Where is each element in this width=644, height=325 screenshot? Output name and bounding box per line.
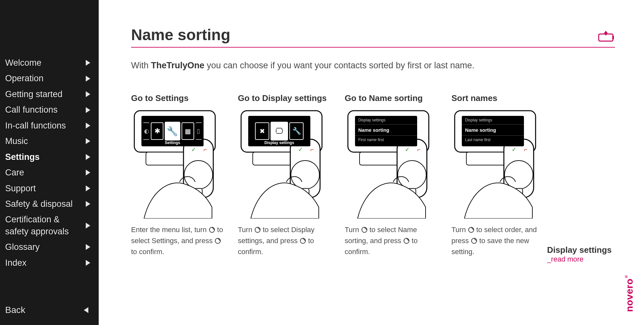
sidebar-item-label: Call functions bbox=[5, 104, 58, 116]
svg-text:✓: ✓ bbox=[405, 146, 410, 153]
step-go-to-settings: Go to Settings ✓ ⌐ bbox=[131, 93, 228, 257]
intro-text: With TheTrulyOne you can choose if you w… bbox=[131, 61, 615, 71]
screen-list-line-selected: Name sorting bbox=[355, 124, 417, 136]
display-icon: 🖵 bbox=[271, 122, 288, 140]
chevron-right-icon bbox=[86, 244, 90, 250]
screen-label: Display settings bbox=[248, 140, 310, 145]
svg-point-5 bbox=[184, 161, 213, 189]
intro-suffix: you can choose if you want your contacts… bbox=[205, 61, 474, 70]
chevron-right-icon bbox=[86, 123, 90, 129]
sidebar-item-care[interactable]: Care bbox=[0, 165, 99, 180]
sidebar-item-welcome[interactable]: Welcome bbox=[0, 55, 99, 71]
wrench-icon: 🔧 bbox=[289, 122, 304, 140]
screen-list-line: Last name first bbox=[462, 136, 524, 144]
svg-text:⌐: ⌐ bbox=[310, 146, 314, 153]
device-screen: ✖ 🖵 🔧 Display settings bbox=[248, 116, 310, 146]
chevron-right-icon bbox=[86, 76, 90, 82]
chevron-left-icon bbox=[84, 307, 88, 313]
sidebar-item-call-functions[interactable]: Call functions bbox=[0, 102, 99, 118]
svg-point-32 bbox=[505, 161, 533, 189]
chevron-right-icon bbox=[86, 107, 90, 113]
sidebar-item-operation[interactable]: Operation bbox=[0, 71, 99, 86]
screen-list-line-selected: Name sorting bbox=[462, 124, 524, 136]
sidebar-nav: Welcome Operation Getting started Call f… bbox=[0, 0, 99, 325]
dial-icon bbox=[254, 226, 261, 236]
step-title: Go to Name sorting bbox=[345, 93, 442, 104]
svg-text:⌐: ⌐ bbox=[417, 146, 421, 153]
svg-text:✓: ✓ bbox=[512, 146, 516, 153]
sidebar-item-settings[interactable]: Settings bbox=[0, 149, 99, 165]
screen-list-line: First name first bbox=[355, 136, 417, 144]
chevron-right-icon bbox=[86, 154, 90, 160]
steps-row: Go to Settings ✓ ⌐ bbox=[131, 93, 615, 257]
menu-item-icon: ◐ bbox=[143, 122, 150, 140]
sidebar-item-support[interactable]: Support bbox=[0, 181, 99, 196]
brand-logo: novero® bbox=[624, 274, 635, 312]
read-more-link[interactable]: _read more bbox=[547, 255, 584, 263]
svg-point-14 bbox=[291, 161, 319, 189]
product-name: TheTrulyOne bbox=[151, 61, 205, 70]
step-caption: Turn to select Name sorting, and press t… bbox=[345, 225, 442, 257]
sidebar-item-label: Index bbox=[5, 257, 27, 269]
title-row: Name sorting bbox=[131, 26, 615, 48]
svg-text:✓: ✓ bbox=[191, 146, 196, 153]
menu-item-icon: ▯ bbox=[195, 122, 202, 140]
step-figure: ✓ ⌐ ✖ 🖵 🔧 Display settings bbox=[238, 110, 335, 219]
chevron-right-icon bbox=[86, 223, 90, 229]
step-title: Sort names bbox=[451, 93, 549, 104]
step-go-to-display-settings: Go to Display settings ✓ ⌐ ✖ bbox=[238, 93, 335, 257]
dial-icon bbox=[361, 226, 368, 236]
settings-wrench-icon: 🔧 bbox=[165, 122, 180, 140]
back-label: Back bbox=[5, 305, 25, 315]
chevron-right-icon bbox=[86, 91, 90, 97]
sidebar-item-glossary[interactable]: Glossary bbox=[0, 239, 99, 255]
dial-icon bbox=[209, 226, 215, 236]
device-screen: Display settings Name sorting Last name … bbox=[462, 116, 524, 146]
sidebar-item-label: Care bbox=[5, 167, 24, 178]
sidebar-item-label: Support bbox=[5, 183, 36, 194]
svg-text:⌐: ⌐ bbox=[524, 146, 527, 153]
sidebar-item-label: Safety & disposal bbox=[5, 198, 73, 210]
sidebar-item-getting-started[interactable]: Getting started bbox=[0, 86, 99, 102]
sidebar-item-label: Certification & safety approvals bbox=[5, 214, 76, 237]
grid-icon: ▦ bbox=[182, 122, 194, 140]
step-caption: Turn to select order, and press to save … bbox=[451, 225, 549, 257]
step-sort-names: Sort names ✓ ⌐ Display settings bbox=[451, 93, 549, 257]
dial-icon bbox=[300, 237, 306, 247]
device-screen: ◐ ✱ 🔧 ▦ ▯ Settings bbox=[141, 116, 204, 146]
step-go-to-name-sorting: Go to Name sorting ✓ ⌐ Display bbox=[345, 93, 442, 257]
back-button[interactable]: Back bbox=[0, 305, 99, 315]
dial-icon bbox=[215, 237, 221, 247]
sidebar-item-safety-disposal[interactable]: Safety & disposal bbox=[0, 196, 99, 212]
read-more-title: Display settings bbox=[547, 245, 612, 255]
display-settings-icon bbox=[597, 29, 615, 44]
step-figure: ✓ ⌐ Display settings Name sorting Last n… bbox=[451, 110, 549, 219]
chevron-right-icon bbox=[86, 185, 90, 191]
sidebar-item-label: Settings bbox=[5, 151, 40, 163]
svg-point-23 bbox=[398, 161, 426, 189]
device-screen: Display settings Name sorting First name… bbox=[355, 116, 417, 146]
sidebar-item-label: Music bbox=[5, 135, 28, 147]
sidebar-item-label: Operation bbox=[5, 73, 44, 84]
sidebar-item-music[interactable]: Music bbox=[0, 133, 99, 149]
screen-label: Settings bbox=[141, 140, 204, 145]
step-figure: ✓ ⌐ Display settings Name sorting First … bbox=[345, 110, 442, 219]
sidebar-item-in-call-functions[interactable]: In-call functions bbox=[0, 118, 99, 133]
sidebar-item-certification[interactable]: Certification & safety approvals bbox=[0, 212, 99, 239]
sidebar-item-label: Glossary bbox=[5, 241, 40, 253]
sidebar-item-index[interactable]: Index bbox=[0, 255, 99, 271]
sidebar-item-label: Getting started bbox=[5, 88, 62, 100]
svg-text:⌐: ⌐ bbox=[204, 146, 207, 153]
svg-rect-1 bbox=[612, 36, 614, 39]
sidebar-item-label: In-call functions bbox=[5, 120, 66, 131]
bluetooth-icon: ✱ bbox=[151, 122, 163, 140]
step-figure: ✓ ⌐ ◐ ✱ 🔧 ▦ ▯ Settings bbox=[131, 110, 228, 219]
screen-list-line: Display settings bbox=[355, 116, 417, 124]
svg-text:✓: ✓ bbox=[298, 146, 303, 153]
intro-prefix: With bbox=[131, 61, 151, 70]
main-content: Name sorting With TheTrulyOne you can ch… bbox=[99, 0, 644, 325]
step-caption: Enter the menu list, turn to select Sett… bbox=[131, 225, 228, 257]
tools-icon: ✖ bbox=[255, 122, 269, 140]
chevron-right-icon bbox=[86, 60, 90, 66]
chevron-right-icon bbox=[86, 138, 90, 144]
